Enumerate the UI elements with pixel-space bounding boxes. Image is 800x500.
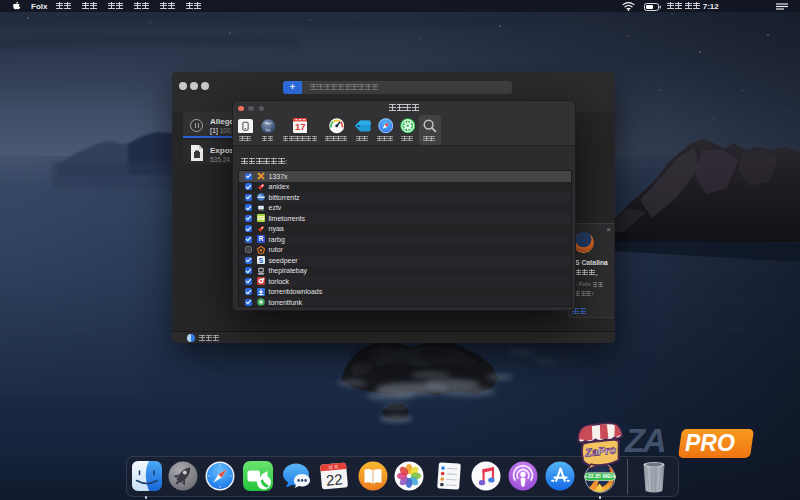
svg-text:R: R (258, 236, 263, 243)
svg-text:11月: 11月 (328, 464, 338, 470)
svg-text:+32.85 MB/s: +32.85 MB/s (584, 473, 615, 479)
svg-text:22: 22 (325, 470, 343, 488)
svg-text:S: S (258, 257, 263, 264)
svg-text:17: 17 (294, 122, 305, 131)
